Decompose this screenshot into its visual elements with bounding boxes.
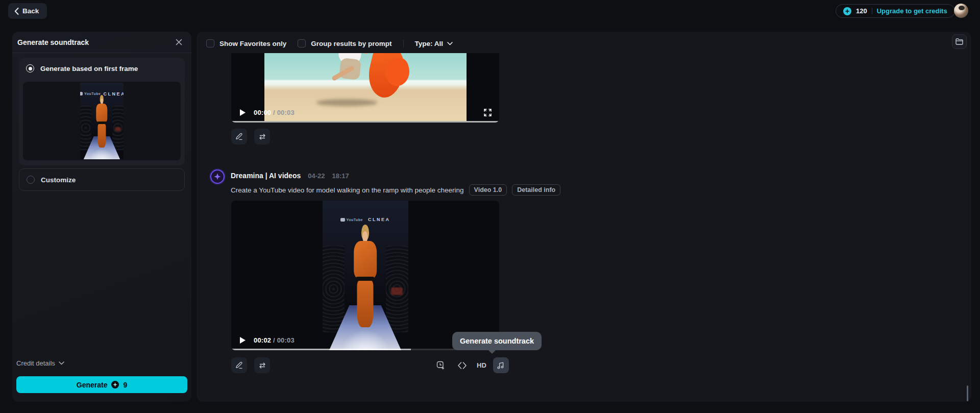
generate-soundtrack-icon[interactable]: [493, 357, 509, 373]
group-label: Group results by prompt: [311, 40, 391, 47]
chevron-left-icon: [14, 8, 19, 15]
cost-coin-icon: [111, 381, 119, 388]
type-label: Type: All: [415, 40, 444, 47]
results-panel: Show Favorites only Group results by pro…: [197, 32, 971, 402]
option-first-frame-label: Generate based on first frame: [40, 65, 138, 72]
tag-detailed-info[interactable]: Detailed info: [512, 184, 560, 196]
panel-title: Generate soundtrack: [17, 38, 89, 46]
time-display-2: 00:02 / 00:03: [254, 336, 295, 344]
generate-label: Generate: [77, 381, 108, 389]
model-figure: [351, 225, 380, 335]
model-figure: [94, 95, 109, 152]
close-icon[interactable]: [173, 37, 184, 48]
generate-button[interactable]: Generate 9: [16, 376, 187, 393]
edit-button[interactable]: [231, 357, 247, 373]
credit-details-toggle[interactable]: Credit details: [16, 359, 64, 367]
radio-selected-icon[interactable]: [26, 64, 34, 72]
result-2-actions: [231, 357, 270, 373]
tag-video-version[interactable]: Video 1.0: [469, 184, 507, 196]
time-display-1: 00:00 / 00:03: [254, 109, 295, 116]
result-2-header: Dreamina | AI videos 04-22 18:17: [231, 172, 349, 180]
assets-library-button[interactable]: [952, 34, 967, 49]
player-controls-1: 00:00 / 00:03: [231, 104, 499, 121]
vertical-scrollbar[interactable]: [967, 385, 968, 401]
favorites-checkbox[interactable]: [206, 39, 214, 47]
back-button[interactable]: Back: [8, 3, 47, 19]
result-2-tools: HD: [433, 357, 509, 373]
result-2-prompt-row: Create a YouTube video for model walking…: [231, 184, 560, 196]
runway-video-frame: YouTube CLNEA: [323, 201, 408, 350]
result-1-actions: [231, 129, 270, 144]
play-icon[interactable]: [238, 108, 247, 116]
back-label: Back: [22, 7, 39, 15]
extend-video-icon[interactable]: [433, 357, 449, 373]
result-author: Dreamina | AI videos: [231, 172, 301, 180]
video-player-1[interactable]: 00:00 / 00:03: [231, 53, 499, 123]
radio-unselected-icon[interactable]: [27, 176, 35, 184]
first-frame-thumbnail: YouTube CLNEA: [23, 82, 181, 160]
play-icon[interactable]: [238, 336, 247, 344]
edit-button[interactable]: [231, 129, 247, 144]
runway-thumbnail-art: YouTube CLNEA: [80, 83, 124, 159]
credit-details-label: Credit details: [16, 359, 55, 367]
generate-soundtrack-panel: Generate soundtrack Generate based on fi…: [12, 32, 191, 402]
option-customize-card[interactable]: Customize: [19, 168, 185, 191]
video-player-2[interactable]: YouTube CLNEA 00:02 / 00:03: [231, 201, 499, 350]
chevron-down-icon: [59, 361, 64, 365]
folder-icon: [955, 38, 963, 45]
option-customize-label: Customize: [41, 176, 76, 184]
generate-soundtrack-tooltip: Generate soundtrack: [452, 332, 542, 350]
youtube-logo: YouTube: [340, 218, 363, 222]
hd-button[interactable]: HD: [476, 361, 487, 369]
credits-pill[interactable]: 120 Upgrade to get credits: [836, 4, 955, 18]
seekbar-1[interactable]: [231, 121, 499, 123]
upgrade-link[interactable]: Upgrade to get credits: [877, 7, 947, 15]
filter-divider: [403, 40, 404, 47]
favorites-filter[interactable]: Show Favorites only: [206, 39, 286, 47]
chevron-down-icon: [447, 42, 453, 45]
group-checkbox[interactable]: [298, 39, 306, 47]
result-prompt: Create a YouTube video for model walking…: [231, 186, 464, 194]
dreamina-logo-icon: [210, 169, 225, 184]
panel-header: Generate soundtrack: [12, 32, 191, 53]
app-root: Back 120 Upgrade to get credits Generate…: [0, 0, 980, 413]
favorites-label: Show Favorites only: [219, 40, 286, 47]
filter-bar: Show Favorites only Group results by pro…: [206, 37, 453, 50]
type-dropdown[interactable]: Type: All: [415, 40, 453, 47]
regenerate-button[interactable]: [254, 357, 270, 373]
group-filter[interactable]: Group results by prompt: [298, 39, 391, 47]
fullscreen-icon[interactable]: [483, 108, 492, 117]
brand-text: CLNEA: [368, 217, 390, 222]
option-first-frame-card[interactable]: Generate based on first frame YouTube CL…: [19, 58, 185, 165]
regenerate-button[interactable]: [254, 129, 270, 144]
result-date: 04-22: [308, 172, 325, 180]
diamond-brackets-icon[interactable]: [454, 357, 470, 373]
pill-divider: [872, 8, 872, 14]
result-time: 18:17: [332, 172, 349, 180]
credit-coin-icon: [843, 7, 851, 15]
generate-cost: 9: [123, 381, 127, 389]
user-avatar[interactable]: [954, 4, 968, 18]
credits-count: 120: [856, 7, 867, 15]
